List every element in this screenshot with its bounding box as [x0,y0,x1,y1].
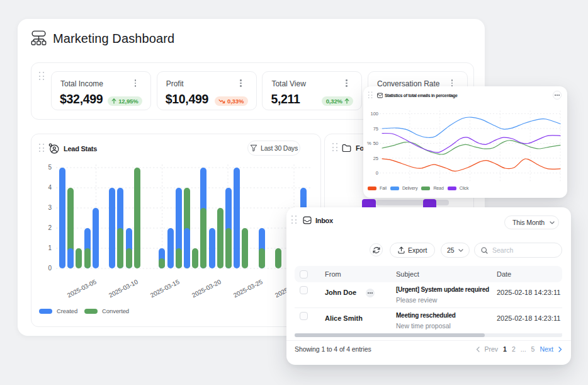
chevron-down-icon [458,249,463,252]
legend-item-delivery: Delivery [390,186,417,190]
hidden-chart-track [376,200,449,205]
drag-handle-icon[interactable] [291,215,298,225]
kebab-menu-icon[interactable] [237,79,245,88]
stat-change-badge: 12,95% [108,96,142,106]
lead-bar-chart: 0123452025-03-052025-03-102025-03-152025… [31,134,322,328]
email-line-chart-svg: 0255075100% [363,86,567,198]
page-number-...[interactable]: ... [521,345,526,353]
bar-2025-03-25 [259,248,265,268]
email-line-chart: 0255075100% [363,86,567,198]
scrollbar-thumb[interactable] [295,333,485,337]
bar-2025-03-14 [167,228,174,268]
refresh-button[interactable] [370,243,383,256]
bar-2025-03-23 [242,228,248,268]
export-button[interactable]: Export [390,243,435,258]
legend-item-created: Created [39,307,77,314]
line-series-read [382,141,560,154]
inbox-title: Inbox [315,217,333,224]
refresh-icon [373,246,380,254]
legend-swatch [39,309,52,314]
bar-2025-03-21 [225,228,232,268]
stat-card-value: $32,499 [60,92,103,106]
stat-change-badge: 0,32% [322,96,353,106]
table-row: John Doe[Urgent] System update requiredP… [295,282,562,308]
page-number-5[interactable]: 5 [531,345,535,353]
prev-button[interactable]: Prev [485,345,499,353]
search-icon [481,247,488,254]
legend-label: Created [57,307,77,314]
upload-icon [398,246,405,254]
showing-entries-text: Showing 1 to 4 of 4 entries [295,345,371,353]
stat-card-total-view: Total View5,2110,32% [262,71,362,110]
stat-card-profit: Profit$10,4990,33% [157,71,257,110]
stat-card-value: $10,499 [166,92,208,106]
row-date-cell: 2025-02-18 14:23:11 [497,286,562,297]
next-chevron-icon[interactable] [558,347,562,352]
drag-handle-icon[interactable] [332,143,339,152]
inbox-table: FromSubjectDateJohn Doe[Urgent] System u… [295,266,562,334]
kebab-menu-icon[interactable] [132,79,139,88]
bar-2025-03-10 [134,168,140,268]
folder-icon [342,144,351,152]
page-size-button[interactable]: 25 [441,243,470,258]
subject-text: Meeting rescheduled [396,312,497,319]
page-number-1[interactable]: 1 [503,345,507,353]
row-checkbox[interactable] [300,286,308,294]
page-size-value: 25 [447,246,455,254]
row-from-cell: Alice Smith [325,312,396,323]
bar-2025-03-27 [275,248,281,268]
stat-change-text: 12,95% [118,98,138,105]
legend-swatch [84,309,98,314]
table-row: Alice SmithMeeting rescheduledNew time p… [295,308,562,334]
row-subject-cell: Meeting rescheduledNew time proposal [396,312,497,330]
kebab-menu-icon[interactable] [342,79,350,88]
table-header-checkbox-cell [295,270,325,279]
sender-name: John Doe [325,289,356,296]
svg-text:%: % [367,141,371,146]
page-number-2[interactable]: 2 [512,345,516,353]
bar-2025-03-18 [200,208,206,268]
legend-item-read: Read [421,186,443,190]
row-subject-cell: [Urgent] System update requiredPlease re… [396,286,497,304]
drag-handle-icon[interactable] [39,72,45,81]
legend-item-fail: Fail [368,186,387,190]
sitemap-logo-icon [31,30,47,47]
bar-2025-03-17 [192,248,198,268]
svg-text:75: 75 [373,126,378,132]
bar-2025-03-01 [59,168,65,268]
bar-2025-03-04 [84,248,91,268]
period-select-button[interactable]: This Month [504,215,559,229]
email-stats-card: Statistics of total emails in percentage… [363,86,567,198]
chevron-down-icon [550,221,555,224]
search-input[interactable] [492,246,555,254]
legend-label: Fail [380,186,387,190]
row-date: 2025-02-18 14:23:11 [497,289,560,296]
row-checkbox[interactable] [300,312,308,320]
lead-chart-legend: CreatedConverted [39,307,129,314]
svg-text:25: 25 [373,156,378,161]
subject-preview: Please review [396,296,497,304]
select-all-checkbox[interactable] [300,270,308,279]
svg-text:0: 0 [376,170,378,176]
stat-change-badge: 0,33% [215,96,248,106]
next-button[interactable]: Next [540,345,553,353]
period-label: This Month [512,219,545,226]
page-title: Marketing Dashboard [53,32,174,46]
trend-down-icon [218,99,225,104]
subject-preview: New time proposal [396,322,497,330]
inbox-toolbar: Export 25 [286,243,571,258]
legend-label: Delivery [402,186,417,190]
horizontal-scrollbar[interactable] [295,333,562,337]
legend-label: Read [433,186,443,190]
stat-change-text: 0,32% [326,98,342,105]
arrow-up-icon [111,98,116,104]
stat-card-title: Total View [271,79,305,88]
row-menu-button[interactable] [366,289,375,297]
prev-chevron-icon[interactable] [476,347,480,352]
bar-2025-03-09 [126,248,132,268]
row-date: 2025-02-18 14:23:11 [497,314,560,322]
sender-name: Alice Smith [325,314,363,322]
line-series-delivery [382,117,560,138]
bar-2025-03-13 [159,258,165,268]
svg-text:50: 50 [373,141,378,146]
